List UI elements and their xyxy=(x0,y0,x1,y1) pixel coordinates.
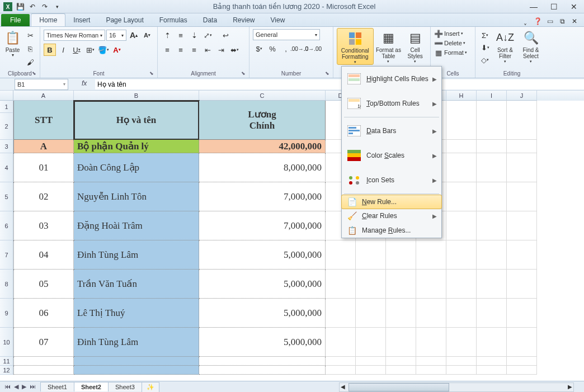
format-painter-icon[interactable]: 🖌 xyxy=(24,56,36,68)
cell[interactable] xyxy=(507,153,537,182)
insert-cells-button[interactable]: ➕Insert ▾ xyxy=(434,29,463,38)
decrease-decimal-icon[interactable]: .0→.00 xyxy=(307,42,319,55)
minimize-button[interactable]: — xyxy=(526,2,541,12)
select-all-corner[interactable] xyxy=(0,91,13,101)
cell[interactable]: Nguyễn Linh Tôn xyxy=(74,182,199,211)
sheet-nav-first-icon[interactable]: ⏮ xyxy=(3,383,12,390)
sheet-tab-2[interactable]: Sheet2 xyxy=(74,382,109,391)
qat-dropdown-icon[interactable]: ▾ xyxy=(51,1,63,12)
cell[interactable]: Trần Văn Tuấn xyxy=(74,270,199,299)
clipboard-expand-icon[interactable]: ⬊ xyxy=(32,70,39,77)
cell[interactable] xyxy=(356,240,386,270)
wrap-text-icon[interactable]: ↩ xyxy=(219,29,232,41)
row-header[interactable]: 5 xyxy=(0,182,13,211)
cell[interactable] xyxy=(477,270,507,299)
cell[interactable]: 5,000,000 xyxy=(199,240,326,270)
column-header[interactable]: J xyxy=(507,91,537,101)
cell[interactable]: 5,000,000 xyxy=(199,270,326,299)
cell[interactable] xyxy=(13,357,74,366)
cell[interactable] xyxy=(477,182,507,211)
window-restore-icon[interactable]: ⧉ xyxy=(557,16,567,26)
cell[interactable]: Đặng Hoài Trâm xyxy=(74,211,199,240)
sheet-tab-1[interactable]: Sheet1 xyxy=(40,382,74,391)
tab-file[interactable]: File xyxy=(1,14,30,26)
help-icon[interactable]: ❓ xyxy=(533,16,543,26)
shrink-font-icon[interactable]: A▾ xyxy=(141,29,153,41)
cell[interactable] xyxy=(199,366,326,375)
format-as-table-button[interactable]: ▦ Format as Table▾ xyxy=(376,28,402,64)
cell[interactable] xyxy=(326,357,356,366)
cell[interactable]: Đinh Tùng Lâm xyxy=(74,328,199,357)
cell[interactable] xyxy=(416,366,446,375)
align-right-icon[interactable]: ≡ xyxy=(188,44,200,56)
cell[interactable] xyxy=(386,366,416,375)
autosum-icon[interactable]: Σ▾ xyxy=(479,29,491,41)
cell[interactable] xyxy=(356,299,386,328)
increase-indent-icon[interactable]: ⇥ xyxy=(215,44,227,56)
menu-data-bars[interactable]: Data Bars ▶ xyxy=(342,119,441,143)
align-top-icon[interactable]: ⇡ xyxy=(161,29,173,41)
cell[interactable]: 03 xyxy=(13,211,74,240)
fill-color-button[interactable]: 🪣▾ xyxy=(97,44,110,56)
cell[interactable] xyxy=(507,299,537,328)
column-header[interactable]: I xyxy=(477,91,507,101)
sheet-nav-prev-icon[interactable]: ◀ xyxy=(13,383,20,390)
cell[interactable] xyxy=(386,357,416,366)
align-left-icon[interactable]: ≡ xyxy=(161,44,173,56)
cell[interactable] xyxy=(356,366,386,375)
row-header[interactable]: 10 xyxy=(0,328,13,357)
cell[interactable] xyxy=(326,240,356,270)
spreadsheet-grid[interactable]: ABCDEFGHIJ 123456789101112 STTHọ và tênL… xyxy=(0,91,584,381)
cell[interactable] xyxy=(386,270,416,299)
menu-new-rule[interactable]: 📄 New Rule... xyxy=(341,195,442,209)
excel-icon[interactable]: X xyxy=(2,1,13,12)
cell[interactable]: Đinh Tùng Lâm xyxy=(74,240,199,270)
number-format-combo[interactable]: General▾ xyxy=(253,29,320,40)
tab-home[interactable]: Home xyxy=(31,13,65,26)
cell[interactable] xyxy=(507,366,537,375)
cell[interactable]: Bộ phận Quản lý xyxy=(74,140,199,153)
cell[interactable] xyxy=(326,299,356,328)
cell[interactable] xyxy=(446,366,477,375)
format-cells-button[interactable]: ▦Format ▾ xyxy=(434,48,467,57)
close-button[interactable]: ✕ xyxy=(566,2,582,12)
find-select-button[interactable]: 🔍 Find & Select▾ xyxy=(519,28,543,64)
cell[interactable] xyxy=(416,240,446,270)
cell[interactable] xyxy=(386,328,416,357)
cell[interactable] xyxy=(386,240,416,270)
formula-input[interactable] xyxy=(95,79,584,89)
row-header[interactable]: 4 xyxy=(0,153,13,182)
row-header[interactable]: 12 xyxy=(0,366,13,375)
cell[interactable]: STT xyxy=(13,101,74,140)
row-header[interactable]: 3 xyxy=(0,140,13,153)
cell[interactable] xyxy=(477,101,507,140)
row-header[interactable]: 7 xyxy=(0,240,13,270)
horizontal-scrollbar[interactable]: ◀ ▶ xyxy=(339,382,574,392)
cell[interactable]: 42,000,000 xyxy=(199,140,326,153)
cell[interactable] xyxy=(507,140,537,153)
cell[interactable] xyxy=(507,270,537,299)
bold-button[interactable]: B xyxy=(44,44,56,56)
tab-page-layout[interactable]: Page Layout xyxy=(98,14,151,26)
cell[interactable] xyxy=(446,140,477,153)
italic-button[interactable]: I xyxy=(57,44,69,56)
align-center-icon[interactable]: ≡ xyxy=(175,44,187,56)
maximize-button[interactable]: ☐ xyxy=(546,2,562,12)
cell[interactable] xyxy=(446,153,477,182)
cell[interactable] xyxy=(507,211,537,240)
paste-button[interactable]: 📋 Paste ▾ xyxy=(3,28,22,58)
column-header[interactable]: B xyxy=(74,91,199,101)
tab-formulas[interactable]: Formulas xyxy=(152,14,195,26)
cell[interactable] xyxy=(477,153,507,182)
menu-highlight-cells-rules[interactable]: Highlight Cells Rules ▶ xyxy=(342,67,441,91)
window-close-icon[interactable]: ✕ xyxy=(569,16,580,26)
cell[interactable] xyxy=(477,299,507,328)
cell[interactable] xyxy=(477,140,507,153)
cell[interactable]: LươngChính xyxy=(199,101,326,140)
cell[interactable]: 8,000,000 xyxy=(199,153,326,182)
align-bottom-icon[interactable]: ⇣ xyxy=(188,29,200,41)
window-minimize-icon[interactable]: ▭ xyxy=(545,16,555,26)
clear-icon[interactable]: ◇▾ xyxy=(479,54,491,66)
cell[interactable]: 5,000,000 xyxy=(199,299,326,328)
cell[interactable]: 07 xyxy=(13,328,74,357)
